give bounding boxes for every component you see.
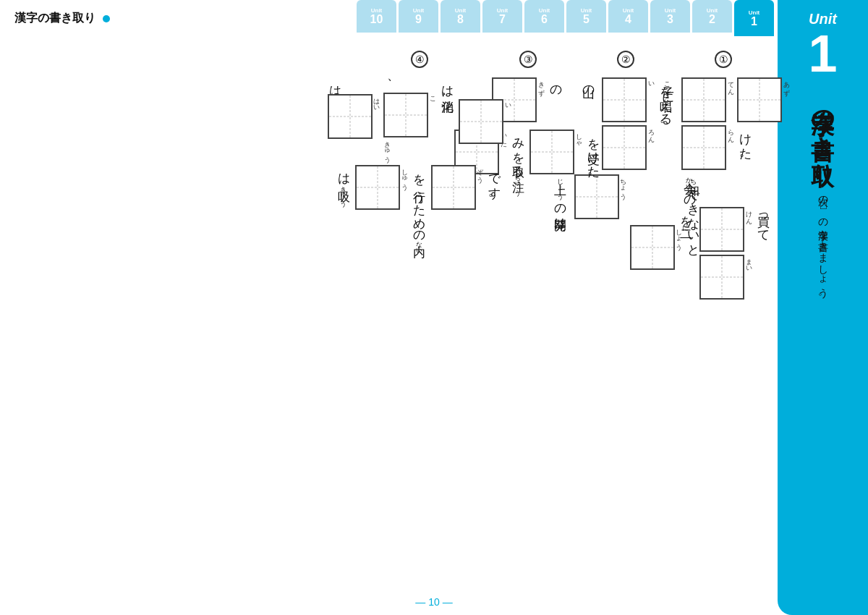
unit-tab-8[interactable]: Unit 8 [441,0,480,33]
ex4-text-2: 、 [383,77,403,90]
ex3-box-3[interactable] [529,130,574,174]
ex4-furi-3: い [504,99,511,106]
ex1-text-3: けた。 [737,125,754,165]
exercise-1: ① 子こに てん らん 会かいの [676,43,770,586]
ex2-furi-1: い [647,77,655,85]
ex2-text-2: を唱える。 [658,77,674,131]
sidebar-title: 漢字の書き取り [809,94,836,174]
ex3-furi-3: しゃ [575,130,582,144]
ex4-box-5[interactable] [431,165,476,210]
page-header: 漢字の書き取り [14,11,110,26]
ex1-box-3[interactable] [737,77,782,122]
ex2-text-4: 知ちできないと [686,174,702,250]
ex4-furi-5: ぞう [477,165,484,179]
ex1-box-4[interactable] [699,207,744,252]
ex1-text-5: 買って [755,207,772,235]
ex3-text-1: の [548,77,564,91]
ex1-furi-1: てん [727,77,734,92]
ex1-furi-4: けん [745,207,752,221]
exercise-2-number: ② [617,51,634,68]
page-title: 漢字の書き取り [14,11,95,26]
ex1-box-1[interactable] [681,77,726,122]
ex1-box-5[interactable] [699,255,744,300]
right-panel: Unit 1 漢字の書き取り 次の□の漢字を書きましょう。 [778,0,868,615]
exercise-1-number: ① [715,51,732,68]
ex2-furi-3: ちょう [620,174,627,196]
unit-tab-3[interactable]: Unit 3 [650,0,690,33]
ex4-box-3[interactable] [459,99,503,144]
sidebar-unit-num: 1 [808,27,837,80]
ex2-box-4[interactable] [630,225,675,270]
exercise-2: ② 山の い ろん を唱える。 上じょうの開発は [575,43,676,586]
ex4-furi-2: こ [429,93,436,100]
ex1-furi-3: あず [783,77,790,92]
ex2-box-2[interactable] [602,125,647,170]
page-number: — 10 — [415,596,452,608]
ex4-text-4: は 吸きゅう [336,165,352,203]
ex4-text-ha: は [328,77,344,91]
exercise-4: ④ は はい 、 こ きゅう [358,43,481,586]
ex4-furi-4: しゅう [401,165,408,187]
unit-tab-10[interactable]: Unit 10 [357,0,396,33]
ex1-box-2[interactable] [681,125,726,170]
ex3-furi-1: きず [537,77,545,92]
ex4-text-6: です。 [487,165,503,205]
exercises-wrapper: ① 子こに てん らん 会かいの [14,43,770,586]
header-dot [103,15,110,22]
unit-tab-2[interactable]: Unit 2 [692,0,732,33]
exercise-4-number: ④ [411,51,428,68]
ex1-furi-2: らん [727,125,734,140]
unit-tab-6[interactable]: Unit 6 [524,0,564,33]
ex4-box-2[interactable] [383,93,428,137]
ex3-text-2: みを取る注ちゅう [510,130,527,192]
unit-tabs: Unit 10 Unit 9 Unit 8 Unit 7 Unit 6 Unit… [0,0,868,36]
ex4-box-1[interactable] [328,94,373,139]
unit-tab-4[interactable]: Unit 4 [608,0,648,33]
ex3-text-3: を受けた。 [585,130,602,183]
ex2-box-1[interactable] [602,77,647,122]
exercise-3-number: ③ [519,51,537,68]
ex4-box-4[interactable] [355,165,400,210]
ex4-text-5: を 行うための内ない [412,165,428,251]
ex1-furi-5: まい [745,255,752,269]
unit-tab-7[interactable]: Unit 7 [482,0,522,33]
ex4-text-3: は消化、 [439,77,456,103]
unit-tab-1[interactable]: Unit 1 [734,0,774,36]
unit-tab-5[interactable]: Unit 5 [566,0,606,33]
ex2-furi-4: しょう [676,225,683,247]
ex2-furi-2: ろん [647,125,655,140]
unit-tab-9[interactable]: Unit 9 [399,0,438,33]
ex2-text-1: 山の [577,77,600,91]
ex4-furi-1: はい [373,94,380,109]
sidebar-subtitle: 次の□の漢字を書きましょう。 [814,189,830,302]
